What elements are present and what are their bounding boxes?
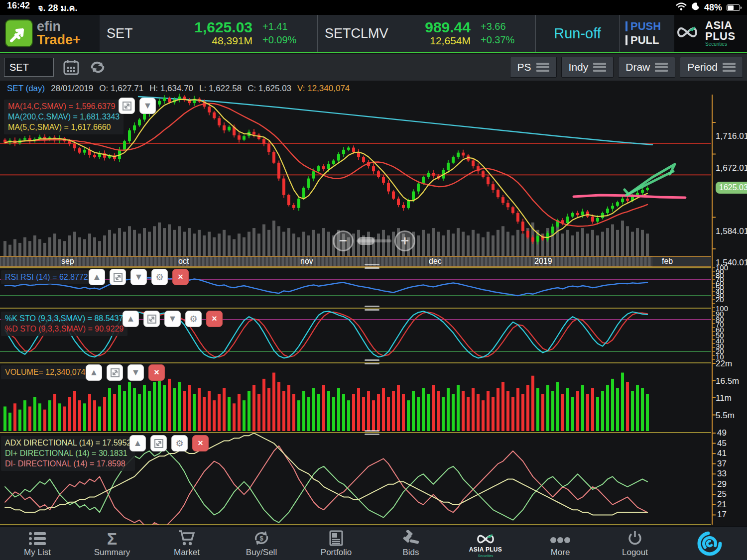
axis-tick-label: feb bbox=[662, 257, 673, 266]
arrow-up-icon[interactable]: ▲ bbox=[89, 269, 105, 285]
axis-tick-label: 1,584.01 bbox=[716, 226, 747, 236]
volume-panel-buttons: ▲ ▼ × bbox=[86, 364, 165, 381]
arrow-down-icon[interactable]: ▼ bbox=[164, 311, 181, 327]
power-icon bbox=[627, 529, 642, 546]
axis-tick-label: 45 bbox=[717, 439, 727, 448]
expand-icon[interactable] bbox=[107, 364, 123, 381]
index-setclmv[interactable]: SETCLMV 989.44 12,654M +3.66 +0.37% bbox=[318, 15, 536, 52]
arrow-up-icon[interactable]: ▲ bbox=[129, 435, 146, 451]
panel-resize-handle[interactable] bbox=[365, 357, 379, 366]
index-change: +1.41 bbox=[262, 20, 310, 33]
gear-icon[interactable]: ⚙ bbox=[151, 269, 168, 285]
ma-legend: MA(14,C,SMAV) = 1,596.6379MA(200,C,SMAV)… bbox=[4, 100, 124, 134]
panel-resize-handle[interactable] bbox=[365, 428, 379, 437]
close-icon[interactable]: × bbox=[206, 311, 223, 327]
ma-label: MA(200,C,SMAV) = 1,681.3343 bbox=[8, 112, 120, 122]
arrow-down-icon[interactable]: ▼ bbox=[130, 269, 147, 285]
close-icon[interactable]: × bbox=[172, 269, 189, 285]
nav-logout[interactable]: Logout bbox=[598, 527, 672, 560]
efin-arrow-icon bbox=[5, 19, 33, 47]
panel-resize-handle[interactable] bbox=[365, 262, 379, 271]
gavel-icon bbox=[402, 529, 420, 546]
close-icon[interactable]: × bbox=[148, 364, 165, 381]
index-value: 1,625.03 bbox=[181, 20, 252, 35]
zoom-slider-thumb[interactable] bbox=[358, 237, 374, 245]
last-price-badge: 1625.03 bbox=[716, 182, 747, 194]
ps-button[interactable]: PS bbox=[510, 57, 557, 78]
rsi-legend: RSI RSI (14) = 62.8772 bbox=[1, 270, 92, 284]
menu-icon bbox=[723, 61, 736, 73]
chart-volume: V: 12,340,074 bbox=[297, 84, 350, 94]
moon-icon bbox=[692, 2, 700, 13]
calendar-icon[interactable] bbox=[63, 59, 80, 76]
infinity-logo-icon bbox=[674, 25, 700, 41]
svg-text:$: $ bbox=[259, 535, 263, 542]
axis-tick-label: 1,716.01 bbox=[716, 131, 747, 141]
index-volume: 12,654M bbox=[399, 35, 471, 47]
arrow-up-icon[interactable]: ▲ bbox=[123, 311, 139, 327]
nav-portfolio[interactable]: Portfolio bbox=[299, 527, 374, 560]
adx-legend: ADX DIRECTIONAL (14) = 17.5952DI+ DIRECT… bbox=[1, 436, 135, 471]
nav-market[interactable]: Market bbox=[149, 527, 224, 560]
push-pull-toggle[interactable]: PUSH PULL bbox=[620, 15, 674, 52]
nav-label: Summary bbox=[94, 548, 130, 558]
axis-tick-label: 41 bbox=[717, 448, 727, 458]
nav-more[interactable]: More bbox=[523, 527, 598, 560]
axis-tick-label: oct bbox=[178, 257, 189, 266]
indy-label: Indy bbox=[569, 61, 589, 73]
nav-my-list[interactable]: My List bbox=[0, 527, 75, 560]
nav-asia-plus[interactable]: ASIA PLUS Securities bbox=[448, 527, 523, 560]
chart-close: C: 1,625.03 bbox=[248, 84, 291, 94]
expand-icon[interactable] bbox=[119, 98, 135, 114]
expand-icon[interactable] bbox=[150, 435, 167, 451]
gear-icon[interactable]: ⚙ bbox=[185, 311, 202, 327]
zoom-out-button[interactable]: − bbox=[333, 230, 354, 251]
symbol-input[interactable] bbox=[4, 58, 54, 77]
rsi-label: RSI RSI (14) = 62.8772 bbox=[5, 273, 88, 281]
volume-legend: VOLUME= 12,340,074 bbox=[1, 365, 89, 379]
index-name: SETCLMV bbox=[325, 26, 399, 41]
status-date: จ. 28 ม.ค. bbox=[38, 0, 77, 15]
dollar-cycle-icon: $ bbox=[253, 529, 270, 546]
arrow-down-icon[interactable]: ▼ bbox=[127, 364, 144, 381]
chart-date: 28/01/2019 bbox=[51, 84, 93, 94]
arrow-up-icon[interactable]: ▲ bbox=[86, 364, 102, 381]
period-button[interactable]: Period bbox=[680, 57, 743, 78]
nav-label: Logout bbox=[622, 548, 648, 558]
nav-label: Buy/Sell bbox=[246, 548, 277, 558]
index-set[interactable]: SET 1,625.03 48,391M +1.41 +0.09% bbox=[100, 15, 318, 52]
adx-label: DI- DIRECTIONAL (14) = 17.8598 bbox=[5, 458, 131, 469]
menu-icon bbox=[536, 61, 549, 73]
zoom-slider[interactable] bbox=[357, 239, 391, 242]
pull-label: PULL bbox=[630, 34, 659, 47]
zoom-in-button[interactable]: + bbox=[394, 230, 415, 251]
panel-resize-handle[interactable] bbox=[365, 304, 379, 313]
ps-label: PS bbox=[517, 61, 531, 73]
nav-buy-sell[interactable]: $ Buy/Sell bbox=[224, 527, 299, 560]
arrow-down-icon[interactable]: ▼ bbox=[139, 98, 156, 114]
expand-icon[interactable] bbox=[143, 311, 160, 327]
draw-button[interactable]: Draw bbox=[618, 57, 675, 78]
nav-label: ASIA PLUS bbox=[469, 547, 502, 553]
refresh-icon[interactable] bbox=[89, 60, 107, 75]
ma-label: MA(5,C,SMAV) = 1,617.6660 bbox=[8, 122, 120, 132]
gear-icon[interactable]: ⚙ bbox=[171, 435, 188, 451]
logo-text-trade: Trade+ bbox=[37, 33, 81, 47]
indy-button[interactable]: Indy bbox=[561, 57, 614, 78]
expand-icon[interactable] bbox=[110, 269, 126, 285]
axis-tick-label: 25 bbox=[717, 489, 727, 499]
nav-summary[interactable]: Σ Summary bbox=[75, 527, 149, 560]
nav-label: Market bbox=[174, 548, 200, 558]
chart-area[interactable]: SET (day) 28/01/2019 O: 1,627.71 H: 1,63… bbox=[0, 81, 747, 526]
nav-sublabel: Securities bbox=[478, 554, 494, 558]
nav-efin-swirl[interactable] bbox=[672, 527, 747, 560]
nav-bids[interactable]: Bids bbox=[374, 527, 448, 560]
sto-legend: %K STO (9,3,3,SMAV) = 88.5437 %D STO (9,… bbox=[1, 312, 127, 336]
axis-tick-label: 21 bbox=[717, 500, 727, 510]
menu-icon bbox=[655, 61, 668, 73]
bottom-nav: My List Σ Summary Market $ Buy/Sell Port… bbox=[0, 526, 747, 560]
close-icon[interactable]: × bbox=[192, 435, 209, 451]
runoff-button[interactable]: Run-off bbox=[536, 15, 620, 52]
axis-tick-label: 37 bbox=[717, 459, 727, 469]
axis-tick-label: 20 bbox=[716, 295, 724, 304]
